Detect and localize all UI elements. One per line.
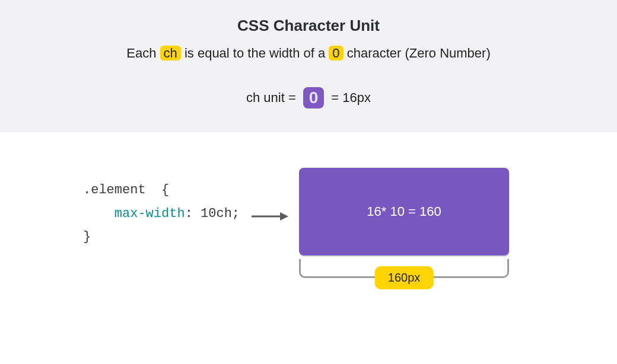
code-selector: .element xyxy=(83,183,146,197)
width-badge: 160px xyxy=(375,266,434,289)
equation-zero-badge: 0 xyxy=(303,87,325,108)
subtitle-text: Each xyxy=(126,46,156,60)
subtitle-text: character (Zero Number) xyxy=(347,46,491,60)
code-property: max-width xyxy=(115,206,185,221)
subtitle-text: is equal to the width of a xyxy=(185,46,325,60)
subtitle: Each ch is equal to the width of a 0 cha… xyxy=(0,46,617,61)
example-panel: .element { max-width: 10ch; } 16* 10 = 1… xyxy=(0,132,617,293)
equation-left: ch unit = xyxy=(246,90,296,106)
arrow-icon xyxy=(250,210,288,225)
highlight-ch: ch xyxy=(160,46,181,60)
code-value: 10ch xyxy=(201,206,232,221)
code-semicolon: ; xyxy=(232,206,240,221)
code-brace-close: } xyxy=(83,229,91,244)
svg-marker-1 xyxy=(280,212,288,221)
width-bracket: 160px xyxy=(299,256,509,293)
page-title: CSS Character Unit xyxy=(0,17,617,35)
result-calc: 16* 10 = 160 xyxy=(367,204,441,219)
code-block: .element { max-width: 10ch; } xyxy=(83,168,240,249)
equation-line: ch unit = 0 = 16px xyxy=(0,87,617,108)
result-column: 16* 10 = 160 160px xyxy=(299,168,509,293)
highlight-zero: 0 xyxy=(329,46,343,60)
result-box: 16* 10 = 160 xyxy=(299,168,509,256)
code-colon: : xyxy=(185,206,193,221)
code-brace-open: { xyxy=(161,183,169,197)
equation-right: = 16px xyxy=(331,90,371,106)
header-panel: CSS Character Unit Each ch is equal to t… xyxy=(0,0,617,132)
